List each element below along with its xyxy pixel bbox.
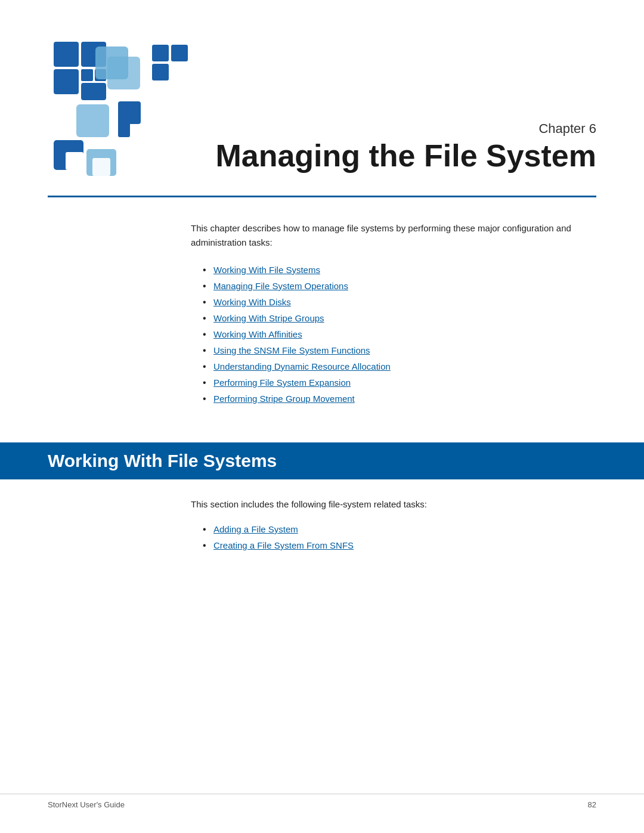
svg-rect-4 bbox=[81, 83, 106, 100]
svg-rect-10 bbox=[152, 64, 169, 80]
toc-link[interactable]: Working With File Systems bbox=[213, 265, 320, 275]
section1-list-item: Adding a File System bbox=[203, 521, 596, 537]
svg-rect-3 bbox=[81, 69, 93, 81]
section1-list-item: Creating a File System From SNFS bbox=[203, 537, 596, 553]
company-logo bbox=[48, 36, 203, 179]
section1-intro: This section includes the following file… bbox=[191, 497, 596, 512]
svg-rect-0 bbox=[54, 42, 79, 67]
toc-link[interactable]: Working With Affinities bbox=[213, 329, 302, 339]
svg-rect-11 bbox=[76, 104, 109, 137]
toc-link[interactable]: Managing File System Operations bbox=[213, 281, 348, 291]
toc-link[interactable]: Working With Stripe Groups bbox=[213, 313, 324, 323]
toc-list-item: Working With Stripe Groups bbox=[203, 310, 596, 326]
section1-link[interactable]: Creating a File System From SNFS bbox=[213, 540, 354, 550]
section1-list: Adding a File SystemCreating a File Syst… bbox=[203, 521, 596, 553]
toc-link[interactable]: Understanding Dynamic Resource Allocatio… bbox=[213, 361, 391, 371]
toc-list-item: Managing File System Operations bbox=[203, 278, 596, 294]
section1-heading: Working With File Systems bbox=[48, 451, 277, 470]
svg-rect-13 bbox=[118, 114, 130, 137]
chapter-main-title: Managing the File System bbox=[215, 139, 596, 173]
toc-link[interactable]: Working With Disks bbox=[213, 297, 291, 307]
toc-list-item: Performing Stripe Group Movement bbox=[203, 391, 596, 407]
svg-rect-2 bbox=[54, 69, 79, 94]
footer-product: StorNext User's Guide bbox=[48, 800, 125, 809]
header-section: Chapter 6 Managing the File System bbox=[0, 0, 644, 191]
toc-list-item: Understanding Dynamic Resource Allocatio… bbox=[203, 358, 596, 374]
toc-list: Working With File SystemsManaging File S… bbox=[203, 262, 596, 407]
section1-link[interactable]: Adding a File System bbox=[213, 524, 298, 534]
svg-rect-9 bbox=[171, 45, 188, 61]
logo-area bbox=[48, 36, 203, 179]
footer-page-number: 82 bbox=[588, 800, 596, 809]
toc-list-item: Working With Disks bbox=[203, 294, 596, 310]
svg-rect-8 bbox=[152, 45, 169, 61]
page-container: Chapter 6 Managing the File System This … bbox=[0, 0, 644, 833]
section1-heading-block: Working With File Systems bbox=[0, 442, 644, 479]
page-footer: StorNext User's Guide 82 bbox=[0, 794, 644, 809]
toc-list-item: Working With Affinities bbox=[203, 326, 596, 342]
toc-list-item: Performing File System Expansion bbox=[203, 374, 596, 391]
chapter-title-area: Chapter 6 Managing the File System bbox=[203, 121, 596, 179]
svg-rect-17 bbox=[92, 158, 110, 176]
svg-rect-7 bbox=[107, 57, 140, 89]
toc-list-item: Using the SNSM File System Functions bbox=[203, 342, 596, 358]
toc-link[interactable]: Performing Stripe Group Movement bbox=[213, 394, 355, 404]
content-area: This chapter describes how to manage fil… bbox=[0, 197, 644, 442]
toc-list-item: Working With File Systems bbox=[203, 262, 596, 278]
toc-link[interactable]: Performing File System Expansion bbox=[213, 377, 351, 388]
intro-paragraph: This chapter describes how to manage fil… bbox=[191, 221, 596, 250]
toc-link[interactable]: Using the SNSM File System Functions bbox=[213, 345, 370, 355]
chapter-label: Chapter 6 bbox=[215, 121, 596, 137]
section1-content: This section includes the following file… bbox=[0, 479, 644, 589]
svg-rect-15 bbox=[66, 152, 83, 170]
